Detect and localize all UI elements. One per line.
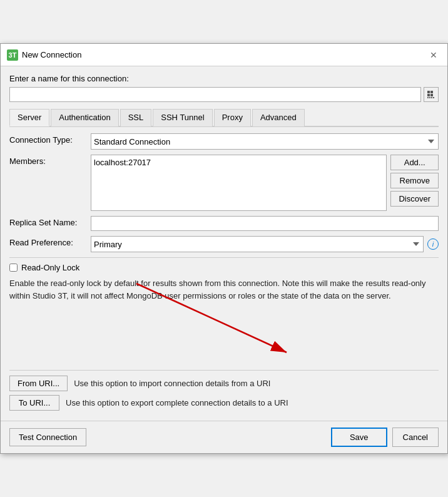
- title-bar-left: 3T New Connection: [7, 49, 81, 61]
- svg-rect-3: [430, 91, 433, 93]
- tab-proxy[interactable]: Proxy: [214, 109, 251, 126]
- read-preference-row: Read Preference: Primary Primary Preferr…: [9, 236, 439, 252]
- tab-bar: Server Authentication SSL SSH Tunnel Pro…: [9, 108, 439, 127]
- svg-rect-6: [427, 97, 429, 98]
- replica-set-row: Replica Set Name:: [9, 216, 439, 231]
- to-uri-button[interactable]: To URI...: [9, 395, 59, 411]
- connection-type-control: Standard Connection Replica Set / Sharde…: [91, 133, 439, 150]
- divider-1: [9, 257, 439, 258]
- members-row: Members: localhost:27017 Add... Remove D…: [9, 155, 439, 211]
- from-uri-row: From URI... Use this option to import co…: [9, 376, 439, 391]
- svg-rect-5: [430, 94, 433, 96]
- add-button[interactable]: Add...: [390, 155, 439, 170]
- to-uri-description: Use this option to export complete conne…: [66, 398, 288, 407]
- svg-rect-7: [429, 97, 430, 98]
- close-button[interactable]: ✕: [426, 49, 441, 61]
- read-only-lock-row: Read-Only Lock: [9, 263, 439, 272]
- members-area: localhost:27017 Add... Remove Discover: [91, 155, 439, 211]
- tab-ssl[interactable]: SSL: [120, 109, 152, 126]
- read-preference-label: Read Preference:: [9, 236, 91, 247]
- svg-rect-9: [433, 97, 434, 98]
- info-icon[interactable]: i: [427, 238, 439, 250]
- uri-section: From URI... Use this option to import co…: [9, 376, 439, 411]
- svg-rect-4: [427, 94, 430, 96]
- read-preference-control: Primary Primary Preferred Secondary Seco…: [91, 236, 439, 252]
- svg-rect-8: [431, 97, 432, 98]
- description-text: Enable the read-only lock by default for…: [9, 277, 439, 302]
- app-icon: 3T: [7, 49, 18, 61]
- read-pref-row: Primary Primary Preferred Secondary Seco…: [91, 236, 439, 252]
- connection-type-select[interactable]: Standard Connection Replica Set / Sharde…: [91, 133, 439, 150]
- title-bar: 3T New Connection ✕: [1, 44, 447, 66]
- discover-button[interactable]: Discover: [390, 191, 439, 207]
- members-label: Members:: [9, 155, 91, 166]
- connection-name-input[interactable]: [9, 87, 421, 102]
- remove-button[interactable]: Remove: [390, 173, 439, 188]
- members-buttons: Add... Remove Discover: [390, 155, 439, 207]
- replica-set-input[interactable]: [91, 216, 439, 231]
- tab-ssh-tunnel[interactable]: SSH Tunnel: [153, 109, 212, 126]
- replica-set-control: [91, 216, 439, 231]
- replica-set-label: Replica Set Name:: [9, 216, 91, 227]
- members-control: localhost:27017 Add... Remove Discover: [91, 155, 439, 211]
- svg-rect-2: [427, 91, 430, 93]
- tab-advanced[interactable]: Advanced: [252, 109, 305, 126]
- divider-2: [9, 370, 439, 371]
- dialog-title: New Connection: [22, 50, 81, 59]
- new-connection-dialog: 3T New Connection ✕ Enter a name for thi…: [0, 43, 448, 454]
- tab-authentication[interactable]: Authentication: [51, 109, 118, 126]
- tab-server[interactable]: Server: [9, 109, 49, 126]
- grid-icon: [427, 90, 435, 99]
- members-textarea[interactable]: localhost:27017: [91, 155, 387, 211]
- footer: Test Connection Save Cancel: [1, 421, 447, 453]
- read-only-lock-label[interactable]: Read-Only Lock: [21, 263, 79, 272]
- to-uri-row: To URI... Use this option to export comp…: [9, 395, 439, 411]
- from-uri-description: Use this option to import connection det…: [74, 379, 270, 388]
- connection-type-label: Connection Type:: [9, 133, 91, 145]
- connection-type-row: Connection Type: Standard Connection Rep…: [9, 133, 439, 150]
- test-connection-button[interactable]: Test Connection: [9, 428, 86, 446]
- dialog-body: Enter a name for this connection: Server: [1, 66, 447, 421]
- name-label: Enter a name for this connection:: [9, 74, 439, 83]
- from-uri-button[interactable]: From URI...: [9, 376, 68, 391]
- cancel-button[interactable]: Cancel: [392, 428, 439, 447]
- name-input-row: [9, 87, 439, 102]
- read-preference-select[interactable]: Primary Primary Preferred Secondary Seco…: [91, 236, 424, 252]
- grid-icon-btn[interactable]: [424, 87, 439, 102]
- save-button[interactable]: Save: [331, 428, 387, 447]
- footer-right: Save Cancel: [331, 428, 439, 447]
- read-only-lock-checkbox[interactable]: [9, 264, 18, 272]
- annotation-area: Enable the read-only lock by default for…: [9, 277, 439, 365]
- svg-text:3T: 3T: [9, 51, 17, 59]
